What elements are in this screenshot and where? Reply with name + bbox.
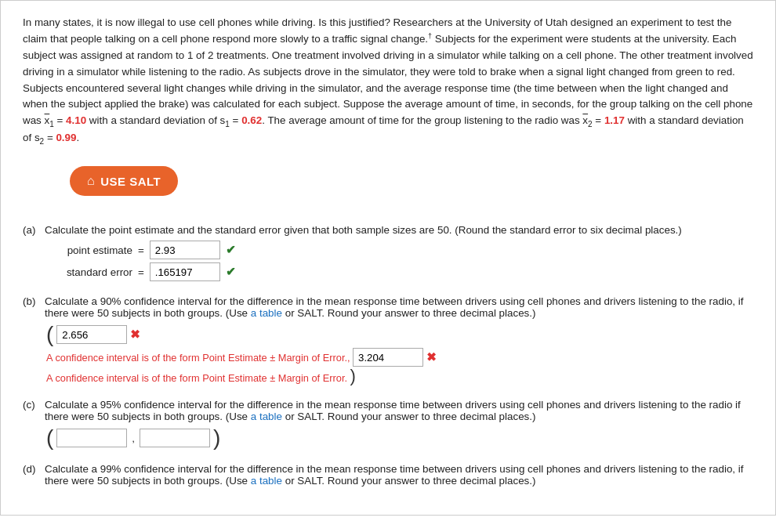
ci-b-input2[interactable] xyxy=(353,348,423,367)
salt-button-label: USE SALT xyxy=(100,175,161,188)
point-estimate-check-icon: ✔ xyxy=(226,243,236,257)
section-c-description: Calculate a 95% confidence interval for … xyxy=(45,399,753,422)
standard-error-row: standard error = ✔ xyxy=(46,262,753,281)
section-d: (d) Calculate a 99% confidence interval … xyxy=(23,463,753,487)
section-b-description: Calculate a 90% confidence interval for … xyxy=(45,295,753,319)
section-c-letter: (c) xyxy=(23,399,40,422)
ci-c-input2[interactable] xyxy=(140,429,210,447)
table-link-b[interactable]: a table xyxy=(251,307,282,319)
main-container: In many states, it is now illegal to use… xyxy=(0,0,776,516)
ci-b-cross2-icon: ✖ xyxy=(426,350,437,364)
ci-b-input1[interactable] xyxy=(56,325,127,344)
right-paren-c: ) xyxy=(213,427,220,449)
standard-error-input[interactable] xyxy=(150,262,220,281)
ci-b-hint1: A confidence interval is of the form Poi… xyxy=(46,348,753,367)
table-link-c[interactable]: a table xyxy=(251,411,282,422)
point-estimate-label: point estimate xyxy=(46,244,132,256)
salt-icon: ⌂ xyxy=(87,174,95,188)
section-b-letter: (b) xyxy=(23,295,40,319)
section-b: (b) Calculate a 90% confidence interval … xyxy=(23,295,753,385)
table-link-d[interactable]: a table xyxy=(251,475,282,487)
ci-b-cross1-icon: ✖ xyxy=(130,328,140,342)
section-a-description: Calculate the point estimate and the sta… xyxy=(45,224,682,236)
point-estimate-row: point estimate = ✔ xyxy=(46,241,753,259)
section-d-description: Calculate a 99% confidence interval for … xyxy=(45,463,753,487)
section-c-label: (c) Calculate a 95% confidence interval … xyxy=(23,399,753,422)
section-d-letter: (d) xyxy=(23,463,40,487)
right-paren-b: ) xyxy=(350,366,356,385)
standard-error-check-icon: ✔ xyxy=(226,265,236,279)
use-salt-button[interactable]: ⌂ USE SALT xyxy=(70,166,178,196)
ci-b-row: ( ✖ xyxy=(46,324,753,346)
section-a-label: (a) Calculate the point estimate and the… xyxy=(23,224,753,236)
ci-c-input1[interactable] xyxy=(56,429,127,447)
ci-b-hint2: A confidence interval is of the form Poi… xyxy=(46,367,753,385)
section-a-letter: (a) xyxy=(23,224,40,236)
intro-paragraph: In many states, it is now illegal to use… xyxy=(23,15,753,147)
section-c: (c) Calculate a 95% confidence interval … xyxy=(23,399,753,449)
standard-error-label: standard error xyxy=(46,266,132,278)
left-paren-b: ( xyxy=(46,324,53,346)
point-estimate-input[interactable] xyxy=(150,241,220,259)
section-b-label: (b) Calculate a 90% confidence interval … xyxy=(23,295,753,319)
section-a: (a) Calculate the point estimate and the… xyxy=(23,224,753,281)
ci-c-row: ( , ) xyxy=(46,427,753,449)
section-d-label: (d) Calculate a 99% confidence interval … xyxy=(23,463,753,487)
left-paren-c: ( xyxy=(46,427,53,449)
